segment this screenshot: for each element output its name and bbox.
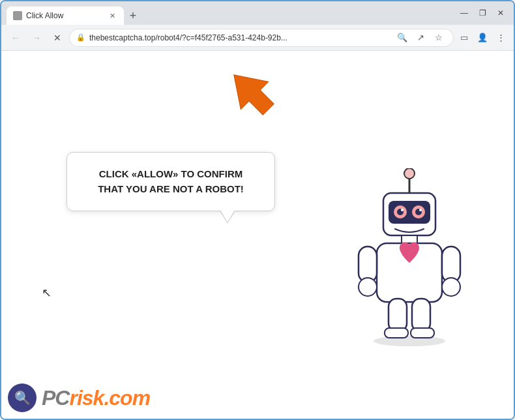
maximize-button[interactable]: ❐	[475, 5, 490, 21]
menu-icon[interactable]: ⋮	[493, 30, 508, 46]
svg-point-14	[359, 278, 377, 296]
lock-icon: 🔒	[76, 33, 85, 42]
svg-rect-17	[389, 299, 407, 331]
tab-favicon	[13, 11, 22, 20]
svg-point-2	[404, 168, 415, 179]
reload-button[interactable]: ✕	[48, 29, 66, 47]
svg-point-16	[442, 278, 460, 296]
minimize-button[interactable]: —	[456, 5, 472, 21]
title-bar: Click Allow ✕ + — ❐ ✕	[1, 1, 514, 25]
svg-point-10	[419, 209, 422, 211]
bookmark-icon[interactable]: ☆	[431, 30, 447, 46]
svg-marker-0	[223, 64, 282, 123]
page-content: CLICK «ALLOW» TO CONFIRM THAT YOU ARE NO…	[1, 51, 514, 419]
svg-rect-18	[412, 299, 430, 331]
robot-illustration	[344, 168, 475, 351]
extensions-icon[interactable]: ▭	[456, 30, 472, 46]
pcrisk-suffix: risk.com	[69, 386, 150, 410]
svg-point-19	[374, 336, 445, 346]
speech-bubble: CLICK «ALLOW» TO CONFIRM THAT YOU ARE NO…	[66, 152, 275, 211]
svg-rect-15	[442, 247, 460, 282]
search-icon[interactable]: 🔍	[394, 30, 410, 46]
arrow-indicator	[223, 64, 275, 116]
svg-rect-13	[359, 247, 377, 282]
svg-rect-21	[411, 328, 434, 338]
close-button[interactable]: ✕	[493, 5, 508, 21]
new-tab-button[interactable]: +	[124, 7, 142, 25]
svg-rect-11	[402, 235, 417, 243]
svg-point-9	[401, 209, 404, 211]
browser-window: Click Allow ✕ + — ❐ ✕ ← → ✕ 🔒 thebestcap…	[0, 0, 515, 420]
url-text: thebestcaptcha.top/robot4/?c=f45f2765-a5…	[89, 33, 390, 42]
profile-icon[interactable]: 👤	[475, 30, 490, 46]
share-icon[interactable]: ↗	[413, 30, 428, 46]
pcrisk-text: PCrisk.com	[42, 386, 150, 410]
tab-area: Click Allow ✕ +	[7, 1, 456, 25]
svg-rect-20	[385, 328, 408, 338]
back-button[interactable]: ←	[7, 29, 25, 47]
forward-button[interactable]: →	[27, 29, 46, 47]
tab-close-button[interactable]: ✕	[107, 10, 117, 21]
pcrisk-logo	[8, 383, 37, 412]
window-controls: — ❐ ✕	[456, 5, 508, 21]
address-bar[interactable]: 🔒 thebestcaptcha.top/robot4/?c=f45f2765-…	[69, 29, 454, 47]
speech-bubble-text: CLICK «ALLOW» TO CONFIRM THAT YOU ARE NO…	[85, 167, 256, 196]
pcrisk-brand: PC	[42, 386, 69, 410]
active-tab[interactable]: Click Allow ✕	[7, 7, 124, 25]
watermark: PCrisk.com	[8, 383, 150, 412]
tab-label: Click Allow	[26, 11, 103, 20]
mouse-cursor: ↖	[42, 286, 52, 300]
address-bar-icons: 🔍 ↗ ☆	[394, 30, 447, 46]
address-bar-row: ← → ✕ 🔒 thebestcaptcha.top/robot4/?c=f45…	[1, 25, 514, 51]
